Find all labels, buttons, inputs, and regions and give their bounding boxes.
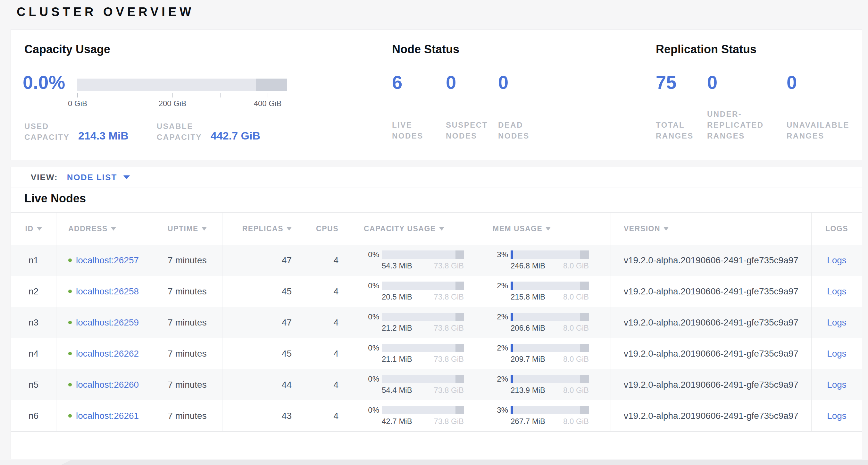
mem-end-segment xyxy=(580,313,589,321)
column-header-capacity-usage[interactable]: CAPACITY USAGE xyxy=(352,213,481,245)
table-body: n1 localhost:26257 7 minutes 47 4 0% 54.… xyxy=(11,245,862,431)
cluster-summary-card: Capacity Usage 0.0% 0 GiB 200 GiB 400 Gi… xyxy=(10,29,862,161)
column-header-id[interactable]: ID xyxy=(11,213,56,245)
axis-tick-label: 0 GiB xyxy=(60,99,95,108)
node-list-card: VIEW: NODE LIST Live Nodes ID ADDRESS UP… xyxy=(10,167,862,459)
capacity-used-percent: 0.0% xyxy=(23,71,65,93)
table-row: n4 localhost:26262 7 minutes 45 4 0% 21.… xyxy=(11,338,862,369)
sort-caret-icon[interactable] xyxy=(111,227,116,231)
node-mem-cell: 2% 215.8 MiB 8.0 GiB xyxy=(481,276,611,307)
capacity-usage-widget: 0% 42.7 MiB 73.8 GiB xyxy=(363,406,464,426)
mem-used-value: 213.9 MiB xyxy=(510,386,545,395)
column-header-replicas[interactable]: REPLICAS xyxy=(222,213,303,245)
column-header-cpus: CPUS xyxy=(303,213,352,245)
view-label: VIEW: xyxy=(31,173,58,182)
node-mem-cell: 2% 209.7 MiB 8.0 GiB xyxy=(481,338,611,369)
axis-tick xyxy=(77,93,78,97)
axis-tick xyxy=(268,93,268,97)
node-live-status-icon xyxy=(68,259,72,262)
mem-usage-widget: 2% 209.7 MiB 8.0 GiB xyxy=(491,344,589,364)
mem-usage-bar xyxy=(510,375,589,383)
column-header-uptime[interactable]: UPTIME xyxy=(152,213,222,245)
live-nodes-section: Live Nodes ID ADDRESS UPTIME REPLICAS CP… xyxy=(11,188,862,459)
capacity-used-value: 20.5 MiB xyxy=(382,292,412,301)
mem-end-segment xyxy=(580,282,589,290)
sort-caret-icon[interactable] xyxy=(439,227,444,231)
replication-status-title: Replication Status xyxy=(656,42,756,56)
column-header-version[interactable]: VERSION xyxy=(611,213,812,245)
node-uptime-cell: 7 minutes xyxy=(152,338,222,369)
capacity-used-value: 54.3 MiB xyxy=(382,261,412,270)
column-header-mem-usage[interactable]: MEM USAGE xyxy=(481,213,611,245)
view-dropdown[interactable]: NODE LIST xyxy=(67,173,130,182)
used-capacity-label: USED CAPACITY xyxy=(24,121,78,143)
mem-percent-label: 2% xyxy=(491,281,508,290)
node-address-link[interactable]: localhost:26259 xyxy=(76,318,139,328)
node-cpus-cell: 4 xyxy=(303,400,352,431)
table-row: n6 localhost:26261 7 minutes 43 4 0% 42.… xyxy=(11,400,862,431)
capacity-bar-end-segment xyxy=(256,79,287,91)
node-address-link[interactable]: localhost:26258 xyxy=(76,286,139,297)
live-nodes-title: Live Nodes xyxy=(24,192,86,205)
unavailable-label: UNAVAILABLE RANGES xyxy=(786,120,856,141)
live-nodes-table: ID ADDRESS UPTIME REPLICAS CPUS CAPACITY… xyxy=(11,212,862,432)
mem-total-value: 8.0 GiB xyxy=(563,261,589,270)
node-cpus-cell: 4 xyxy=(303,276,352,307)
view-dropdown-value[interactable]: NODE LIST xyxy=(67,173,117,182)
mem-usage-bar xyxy=(510,251,589,259)
node-cpus-cell: 4 xyxy=(303,307,352,338)
node-capacity-cell: 0% 21.2 MiB 73.8 GiB xyxy=(352,307,481,338)
mem-usage-widget: 2% 213.9 MiB 8.0 GiB xyxy=(491,375,589,395)
sort-caret-icon[interactable] xyxy=(202,227,207,231)
capacity-percent-label: 0% xyxy=(363,281,379,290)
node-id-cell: n6 xyxy=(11,400,56,431)
capacity-used-value: 54.4 MiB xyxy=(382,386,412,395)
node-mem-cell: 3% 267.7 MiB 8.0 GiB xyxy=(481,400,611,431)
node-address-link[interactable]: localhost:26262 xyxy=(76,349,139,359)
table-row: n1 localhost:26257 7 minutes 47 4 0% 54.… xyxy=(11,245,862,276)
capacity-percent-label: 0% xyxy=(363,406,379,415)
sort-caret-icon[interactable] xyxy=(546,227,551,231)
node-replicas-cell: 45 xyxy=(222,338,303,369)
chevron-down-icon[interactable] xyxy=(123,175,130,179)
dead-nodes-count: 0 xyxy=(498,71,508,93)
logs-link[interactable]: Logs xyxy=(827,380,846,390)
capacity-total-value: 73.8 GiB xyxy=(434,417,464,426)
capacity-end-segment xyxy=(456,282,464,290)
logs-link[interactable]: Logs xyxy=(827,318,846,328)
mem-end-segment xyxy=(580,375,589,383)
column-header-address[interactable]: ADDRESS xyxy=(56,213,152,245)
mem-end-segment xyxy=(580,344,589,352)
sort-caret-icon[interactable] xyxy=(286,227,292,231)
node-id-cell: n5 xyxy=(11,369,56,400)
node-address-link[interactable]: localhost:26261 xyxy=(76,411,139,421)
mem-usage-bar xyxy=(510,313,589,321)
node-logs-cell: Logs xyxy=(812,307,862,338)
capacity-bar xyxy=(77,79,287,91)
mem-total-value: 8.0 GiB xyxy=(563,355,589,364)
node-mem-cell: 2% 206.6 MiB 8.0 GiB xyxy=(481,307,611,338)
logs-link[interactable]: Logs xyxy=(827,286,846,297)
node-address-link[interactable]: localhost:26257 xyxy=(76,255,139,265)
sort-caret-icon[interactable] xyxy=(663,227,669,231)
node-version-cell: v19.2.0-alpha.20190606-2491-gfe735c9a97 xyxy=(611,245,812,276)
node-id-cell: n3 xyxy=(11,307,56,338)
node-address-link[interactable]: localhost:26260 xyxy=(76,380,139,390)
logs-link[interactable]: Logs xyxy=(827,255,846,265)
logs-link[interactable]: Logs xyxy=(827,411,846,421)
mem-percent-label: 2% xyxy=(491,344,508,352)
node-id-cell: n1 xyxy=(11,245,56,276)
capacity-end-segment xyxy=(456,251,464,259)
mem-percent-label: 2% xyxy=(491,375,508,383)
suspect-nodes-label: SUSPECT NODES xyxy=(446,120,489,141)
mem-used-segment xyxy=(510,344,513,352)
sort-caret-icon[interactable] xyxy=(37,227,42,231)
mem-total-value: 8.0 GiB xyxy=(563,324,589,332)
node-capacity-cell: 0% 42.7 MiB 73.8 GiB xyxy=(352,400,481,431)
node-mem-cell: 3% 246.8 MiB 8.0 GiB xyxy=(481,245,611,276)
axis-tick-label: 400 GiB xyxy=(250,99,285,108)
logs-link[interactable]: Logs xyxy=(827,349,846,359)
node-live-status-icon xyxy=(68,352,72,355)
node-address-cell: localhost:26259 xyxy=(56,307,152,338)
node-address-cell: localhost:26262 xyxy=(56,338,152,369)
